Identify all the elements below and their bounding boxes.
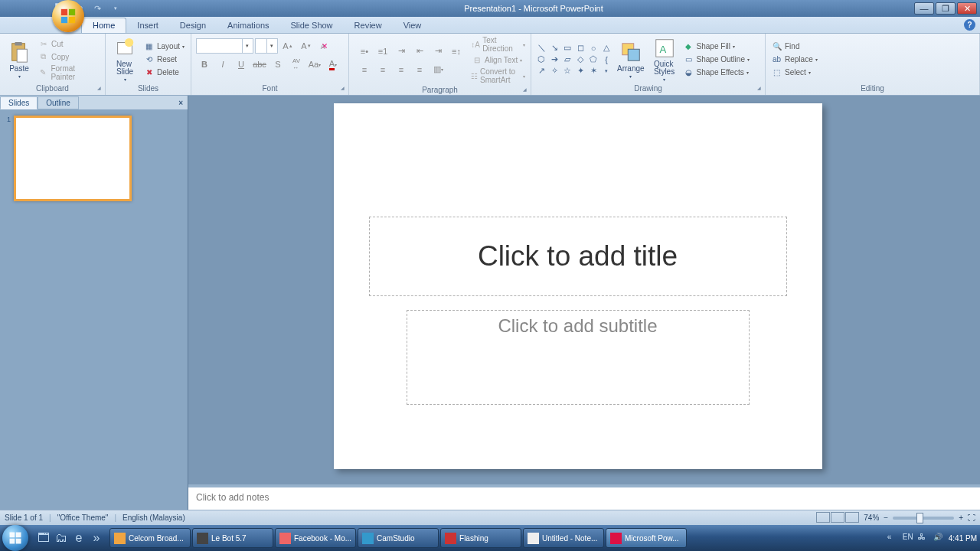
arrange-button[interactable]: Arrange▾ xyxy=(614,39,648,80)
minimize-button[interactable]: — xyxy=(914,2,934,15)
task-flashing[interactable]: Flashing xyxy=(440,528,521,548)
subtitle-placeholder[interactable]: Click to add subtitle xyxy=(407,310,750,405)
font-size-combo[interactable]: ▾ xyxy=(255,38,278,54)
copy-button[interactable]: ⧉Copy xyxy=(36,51,101,64)
select-button[interactable]: ⬚Select▾ xyxy=(769,66,819,79)
align-text-button[interactable]: ⊟Align Text▾ xyxy=(469,54,527,67)
shape-oval-icon[interactable]: ○ xyxy=(587,43,599,54)
tray-volume-icon[interactable]: 🔊 xyxy=(933,533,945,544)
tab-view[interactable]: View xyxy=(393,18,433,33)
shapes-gallery[interactable]: ＼↘▭◻○△ ⬡➔▱◇⬠{ ↗✧☆✦✶▾ xyxy=(535,43,612,77)
bold-button[interactable]: B xyxy=(196,57,213,72)
system-tray[interactable]: « EN 🖧 🔊 4:41 PM xyxy=(887,533,977,544)
tray-lang-icon[interactable]: EN xyxy=(903,533,914,544)
status-language[interactable]: English (Malaysia) xyxy=(122,514,185,522)
tab-slideshow[interactable]: Slide Show xyxy=(280,18,344,33)
line-spacing-button[interactable]: ≡↕ xyxy=(448,44,465,59)
view-buttons[interactable] xyxy=(815,512,859,524)
fit-window-button[interactable]: ⛶ xyxy=(968,514,975,522)
shrink-font-button[interactable]: A▼ xyxy=(298,38,315,54)
shape-fill-button[interactable]: ◆Shape Fill▾ xyxy=(681,40,751,53)
shape-outline-button[interactable]: ▭Shape Outline▾ xyxy=(681,53,751,66)
shape-effects-button[interactable]: ◒Shape Effects▾ xyxy=(681,66,751,79)
tray-arrow-icon[interactable]: « xyxy=(887,533,899,544)
slide-thumbnail-1[interactable]: 1 xyxy=(3,116,185,201)
format-painter-icon: ✎ xyxy=(38,67,48,78)
tray-clock[interactable]: 4:41 PM xyxy=(949,534,977,543)
grow-font-button[interactable]: A▲ xyxy=(279,38,296,54)
shadow-button[interactable]: S xyxy=(270,57,286,72)
format-painter-button[interactable]: ✎Format Painter xyxy=(36,64,101,82)
start-button[interactable] xyxy=(0,525,31,551)
maximize-button[interactable]: ❐ xyxy=(936,2,956,15)
find-button[interactable]: 🔍Find xyxy=(769,40,819,53)
tab-animations[interactable]: Animations xyxy=(217,18,279,33)
tab-design[interactable]: Design xyxy=(169,18,217,33)
help-icon[interactable]: ? xyxy=(964,19,975,31)
close-button[interactable]: ✕ xyxy=(957,2,977,15)
text-direction-button[interactable]: ↕AText Direction▾ xyxy=(469,35,527,54)
paste-dropdown-icon[interactable]: ▾ xyxy=(18,73,21,79)
align-left-button[interactable]: ≡ xyxy=(356,62,373,77)
title-placeholder[interactable]: Click to add title xyxy=(369,217,787,296)
new-slide-button[interactable]: New Slide▾ xyxy=(109,35,140,83)
qat-customize-icon[interactable]: ▾ xyxy=(109,2,122,15)
tab-home[interactable]: Home xyxy=(81,18,126,33)
notes-pane[interactable]: Click to add notes xyxy=(188,484,980,510)
bullets-button[interactable]: ≡• xyxy=(356,44,373,59)
task-powerpoint[interactable]: Microsoft Pow... xyxy=(606,528,687,548)
align-center-button[interactable]: ≡ xyxy=(374,62,391,77)
panel-close-button[interactable]: × xyxy=(174,99,188,107)
task-notepad[interactable]: Untitled - Note... xyxy=(523,528,604,548)
shape-callout-icon[interactable]: ◻ xyxy=(574,43,586,54)
cut-button[interactable]: ✂Cut xyxy=(36,37,101,51)
justify-button[interactable]: ≡ xyxy=(411,62,428,77)
numbering-button[interactable]: ≡1 xyxy=(374,44,391,59)
shapes-more-icon[interactable]: ▾ xyxy=(600,66,612,77)
layout-button[interactable]: ▦Layout▾ xyxy=(142,40,186,53)
decrease-indent-button[interactable]: ⇤ xyxy=(411,44,428,59)
replace-button[interactable]: abReplace▾ xyxy=(769,53,819,66)
columns-button[interactable]: ▥▾ xyxy=(430,62,446,77)
tray-network-icon[interactable]: 🖧 xyxy=(918,533,929,544)
clear-formatting-button[interactable]: A xyxy=(316,38,333,54)
tab-insert[interactable]: Insert xyxy=(126,18,169,33)
italic-button[interactable]: I xyxy=(214,57,231,72)
list-level-button[interactable]: ⇥ xyxy=(393,44,410,59)
slide-canvas[interactable]: Click to add title Click to add subtitle xyxy=(334,103,822,469)
task-lebot[interactable]: Le Bot 5.7 xyxy=(192,528,273,548)
ql-ie-icon[interactable]: e xyxy=(70,528,87,548)
font-color-button[interactable]: A▾ xyxy=(325,57,341,72)
shape-triangle-icon[interactable]: △ xyxy=(600,43,612,54)
shape-arrow-icon[interactable]: ↘ xyxy=(548,43,560,54)
char-spacing-button[interactable]: AV↔ xyxy=(288,57,305,72)
zoom-in-button[interactable]: + xyxy=(959,514,963,522)
change-case-button[interactable]: Aa▾ xyxy=(306,57,323,72)
ql-more-icon[interactable]: » xyxy=(88,528,105,548)
strikethrough-button[interactable]: abc xyxy=(251,57,268,72)
task-facebook[interactable]: Facebook - Mo... xyxy=(275,528,356,548)
shape-rect-icon[interactable]: ▭ xyxy=(561,43,573,54)
font-name-combo[interactable]: ▾ xyxy=(196,38,253,54)
ql-explorer-icon[interactable]: 🗂 xyxy=(53,528,70,548)
qat-redo-icon[interactable]: ↷ xyxy=(90,2,104,15)
task-camstudio[interactable]: CamStudio xyxy=(358,528,439,548)
ql-show-desktop-icon[interactable]: 🗔 xyxy=(35,528,52,548)
paste-button[interactable]: Paste ▾ xyxy=(4,39,34,80)
tab-review[interactable]: Review xyxy=(344,18,393,33)
zoom-out-button[interactable]: − xyxy=(884,514,888,522)
task-celcom[interactable]: Celcom Broad... xyxy=(109,528,191,548)
increase-indent-button[interactable]: ⇥ xyxy=(430,44,446,59)
underline-button[interactable]: U xyxy=(233,57,250,72)
align-right-button[interactable]: ≡ xyxy=(393,62,410,77)
convert-smartart-button[interactable]: ☷Convert to SmartArt▾ xyxy=(469,67,527,85)
panel-tab-slides[interactable]: Slides xyxy=(0,96,38,109)
panel-tab-outline[interactable]: Outline xyxy=(38,96,79,109)
delete-slide-button[interactable]: ✖Delete xyxy=(142,66,186,79)
quick-styles-button[interactable]: AQuick Styles▾ xyxy=(649,35,680,83)
reset-button[interactable]: ⟲Reset xyxy=(142,53,186,66)
shape-line-icon[interactable]: ＼ xyxy=(535,43,547,54)
office-button[interactable] xyxy=(52,0,84,32)
zoom-slider[interactable] xyxy=(893,517,954,520)
zoom-value[interactable]: 74% xyxy=(864,514,879,522)
